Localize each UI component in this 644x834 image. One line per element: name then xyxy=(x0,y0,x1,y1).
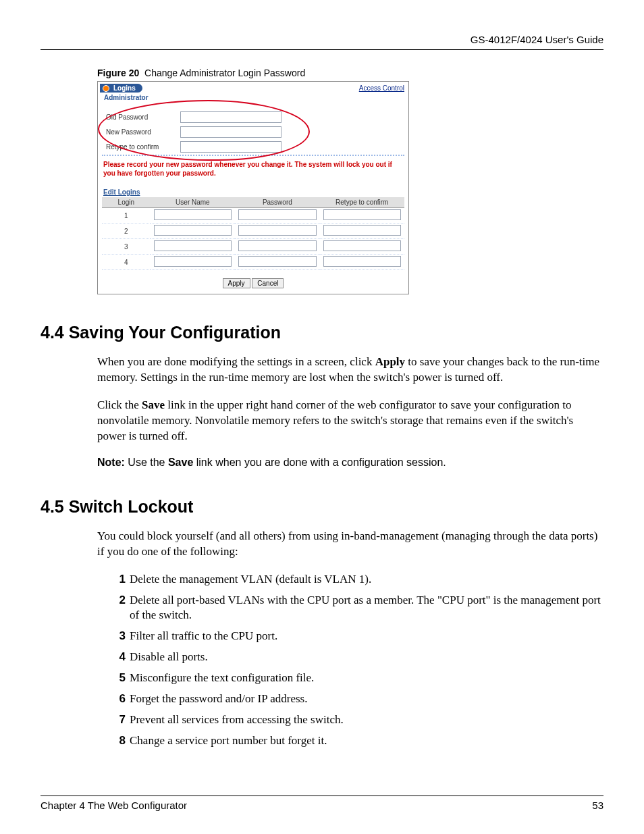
figure-label: Figure 20 xyxy=(97,68,139,78)
item-text: Delete all port-based VLANs with the CPU… xyxy=(130,593,603,624)
login-id: 3 xyxy=(102,239,151,255)
password-input[interactable] xyxy=(238,240,316,251)
list-item: 1Delete the management VLAN (default is … xyxy=(112,572,603,588)
login-id: 4 xyxy=(102,255,151,270)
list-item: 8Change a service port number but forget… xyxy=(112,733,603,749)
item-number: 6 xyxy=(112,692,126,707)
item-number: 1 xyxy=(112,572,126,588)
bold-save: Save xyxy=(142,398,165,411)
col-login: Login xyxy=(102,197,151,208)
item-number: 7 xyxy=(112,712,126,728)
list-item: 4Disable all ports. xyxy=(112,650,603,665)
item-number: 4 xyxy=(112,650,126,665)
login-id: 2 xyxy=(102,224,151,239)
password-input[interactable] xyxy=(238,256,316,267)
footer-rule xyxy=(41,796,603,796)
text: Use the xyxy=(125,457,168,468)
old-password-input[interactable] xyxy=(180,111,281,123)
password-input[interactable] xyxy=(238,225,316,236)
footer-page-number: 53 xyxy=(592,800,603,811)
retype-password-label: Retype to confirm xyxy=(105,143,180,151)
item-text: Forget the password and/or IP address. xyxy=(130,692,307,707)
text: link in the upper right hand corner of t… xyxy=(97,398,573,442)
col-retype: Retype to confirm xyxy=(320,197,404,208)
item-number: 2 xyxy=(112,593,126,624)
username-input[interactable] xyxy=(154,240,232,251)
edit-logins-table: Login User Name Password Retype to confi… xyxy=(102,197,404,270)
table-row: 1 xyxy=(102,208,404,224)
apply-button[interactable]: Apply xyxy=(223,278,250,288)
lockout-list: 1Delete the management VLAN (default is … xyxy=(112,572,603,749)
figure-caption-text: Change Administrator Login Password xyxy=(144,68,305,78)
text: link when you are done with a configurat… xyxy=(193,457,446,468)
section-4-4-heading: 4.4 Saving Your Configuration xyxy=(41,323,603,342)
list-item: 7Prevent all services from accessing the… xyxy=(112,712,603,728)
table-header-row: Login User Name Password Retype to confi… xyxy=(102,197,404,208)
new-password-label: New Password xyxy=(105,128,180,136)
username-input[interactable] xyxy=(154,225,232,236)
list-item: 2Delete all port-based VLANs with the CP… xyxy=(112,593,603,624)
logins-tab[interactable]: Logins xyxy=(100,84,142,93)
login-id: 1 xyxy=(102,208,151,224)
running-header: GS-4012F/4024 User's Guide xyxy=(41,34,603,45)
body-paragraph: Click the Save link in the upper right h… xyxy=(97,398,603,444)
text: Click the xyxy=(97,398,142,411)
tab-dot-icon xyxy=(103,85,109,92)
header-rule xyxy=(41,49,603,50)
retype-input[interactable] xyxy=(323,225,401,236)
item-text: Disable all ports. xyxy=(130,650,208,665)
password-screenshot: Logins Administrator Access Control Old … xyxy=(97,81,409,294)
item-text: Delete the management VLAN (default is V… xyxy=(130,572,371,588)
text: When you are done modifying the settings… xyxy=(97,355,375,368)
password-warning: Please record your new password whenever… xyxy=(98,156,408,179)
retype-input[interactable] xyxy=(323,240,401,251)
body-paragraph: When you are done modifying the settings… xyxy=(97,355,603,386)
body-paragraph: You could block yourself (and all others… xyxy=(97,529,603,560)
item-text: Filter all traffic to the CPU port. xyxy=(130,629,277,644)
figure-caption: Figure 20 Change Administrator Login Pas… xyxy=(97,68,603,78)
section-4-5-heading: 4.5 Switch Lockout xyxy=(41,497,603,517)
cancel-button[interactable]: Cancel xyxy=(252,278,284,288)
bold-save: Save xyxy=(168,457,193,468)
table-row: 3 xyxy=(102,239,404,255)
retype-input[interactable] xyxy=(323,209,401,220)
item-text: Change a service port number but forget … xyxy=(130,733,327,749)
logins-tab-label: Logins xyxy=(113,84,136,92)
item-text: Misconfigure the text configuration file… xyxy=(130,671,314,686)
list-item: 6Forget the password and/or IP address. xyxy=(112,692,603,707)
new-password-input[interactable] xyxy=(180,126,281,138)
access-control-link[interactable]: Access Control xyxy=(359,84,404,92)
note-paragraph: Note: Use the Save link when you are don… xyxy=(97,457,603,469)
table-row: 4 xyxy=(102,255,404,270)
retype-input[interactable] xyxy=(323,256,401,267)
list-item: 3Filter all traffic to the CPU port. xyxy=(112,629,603,644)
list-item: 5Misconfigure the text configuration fil… xyxy=(112,671,603,686)
bold-apply: Apply xyxy=(375,355,405,368)
retype-password-input[interactable] xyxy=(180,141,281,153)
item-number: 3 xyxy=(112,629,126,644)
footer-chapter: Chapter 4 The Web Configurator xyxy=(41,800,187,811)
username-input[interactable] xyxy=(154,209,232,220)
item-number: 8 xyxy=(112,733,126,749)
note-label: Note: xyxy=(97,457,125,468)
administrator-label: Administrator xyxy=(104,94,149,101)
item-number: 5 xyxy=(112,671,126,686)
edit-logins-heading: Edit Logins xyxy=(98,179,408,197)
item-text: Prevent all services from accessing the … xyxy=(130,712,344,728)
table-row: 2 xyxy=(102,224,404,239)
username-input[interactable] xyxy=(154,256,232,267)
col-password: Password xyxy=(235,197,319,208)
password-input[interactable] xyxy=(238,209,316,220)
old-password-label: Old Password xyxy=(105,113,180,121)
col-user: User Name xyxy=(151,197,235,208)
